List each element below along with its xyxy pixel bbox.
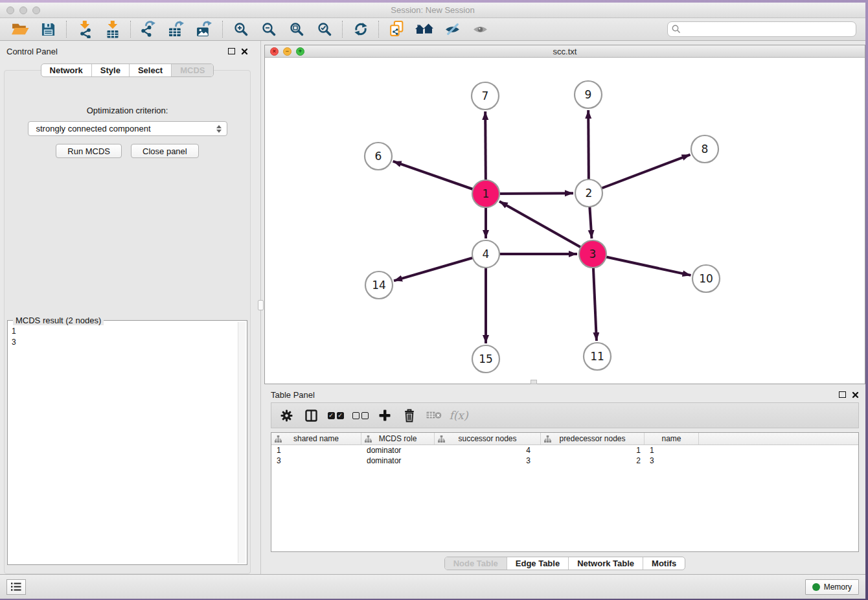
result-scrollbar[interactable] [238,322,246,563]
select-all-columns-button[interactable]: ✓ ✓ [323,406,348,425]
import-network-button[interactable] [71,19,98,39]
edge-4-14[interactable] [394,254,486,281]
network-resize-grabber[interactable] [531,380,537,384]
task-history-button[interactable] [6,579,26,595]
select-stepper-icon [216,125,222,133]
edge-1-6[interactable] [393,161,486,194]
hide-button[interactable] [439,19,466,39]
column-view-button[interactable] [299,406,323,425]
table-cell[interactable]: 3 [645,456,699,466]
float-panel-icon[interactable] [839,391,846,398]
control-panel: Control Panel NetworkStyleSelectMCDS Opt… [0,41,255,574]
toolbar-separator [342,21,343,38]
table-cell[interactable]: dominator [361,445,435,456]
column-header-shared-name[interactable]: shared name [271,433,361,444]
toolbar-separator [130,21,131,38]
table-cell[interactable]: 4 [435,445,541,456]
zoom-in-button[interactable] [227,19,255,39]
table-cell[interactable]: 3 [271,456,361,466]
export-network-button[interactable] [135,19,163,39]
workspace: Control Panel NetworkStyleSelectMCDS Opt… [0,41,865,574]
network-window: scc.txt × − + 7968124314101511 [264,45,865,384]
export-image-button[interactable] [190,19,218,39]
copy-network-button[interactable] [383,19,411,39]
tab-edge-table[interactable]: Edge Table [507,557,568,570]
close-panel-icon[interactable] [241,48,248,55]
unchecked-box-icon [361,412,369,419]
main-toolbar [0,18,865,41]
column-header-successor-nodes[interactable]: successor nodes [435,433,541,444]
close-view-icon[interactable]: × [270,47,279,56]
float-panel-icon[interactable] [228,48,235,54]
import-table-button[interactable] [98,19,126,39]
search-input[interactable] [667,21,856,37]
list-icon [10,582,22,592]
show-button[interactable] [466,19,494,39]
table-row[interactable]: 1dominator411 [271,445,858,456]
export-image-icon [196,21,212,38]
import-network-icon [77,21,93,38]
table-cell[interactable]: 1 [541,445,645,456]
network-canvas[interactable]: 7968124314101511 [265,58,865,384]
eye-slash-icon [445,23,461,36]
column-label: name [661,434,681,443]
table-tabs-row: Node TableEdge TableNetwork TableMotifs [264,552,865,574]
table-cell[interactable]: 1 [271,445,361,456]
delete-column-button[interactable] [397,406,422,425]
fx-icon: f(x) [449,409,468,422]
tab-network-table[interactable]: Network Table [568,557,643,570]
memory-button[interactable]: Memory [805,579,859,595]
close-panel-button[interactable]: Close panel [131,144,199,158]
home-button[interactable] [411,19,439,39]
delete-table-button [422,406,446,425]
table-cell[interactable]: 1 [645,445,699,456]
tab-motifs[interactable]: Motifs [643,557,685,570]
column-header-predecessor-nodes[interactable]: predecessor nodes [541,433,645,444]
table-row[interactable]: 3dominator323 [271,456,858,466]
edge-3-10[interactable] [593,254,691,275]
table-cell[interactable]: 3 [435,456,541,466]
table-settings-button[interactable] [274,406,299,425]
mcds-result-text[interactable]: 1 3 [8,321,238,564]
control-tab-style[interactable]: Style [91,64,129,76]
column-header-name[interactable]: name [645,433,699,444]
edge-3-1[interactable] [499,202,593,254]
function-builder-button: f(x) [446,406,471,425]
edge-2-8[interactable] [589,155,691,193]
deselect-all-columns-button[interactable] [348,406,372,425]
maximize-view-icon[interactable]: + [296,47,304,56]
window-title: Session: New Session [0,5,865,15]
unchecked-box-icon [352,412,360,419]
delete-table-icon [426,411,442,420]
minimize-view-icon[interactable]: − [283,47,291,56]
control-tab-mcds[interactable]: MCDS [171,64,213,76]
network-graph: 7968124314101511 [265,58,865,384]
zoom-in-icon [233,21,249,37]
refresh-button[interactable] [347,19,374,39]
control-tab-network[interactable]: Network [41,64,91,76]
zoom-out-button[interactable] [255,19,282,39]
zoom-fit-button[interactable] [282,19,310,39]
control-tab-select[interactable]: Select [129,64,171,76]
trash-icon [403,408,416,422]
close-panel-icon[interactable] [852,391,859,398]
tab-node-table[interactable]: Node Table [445,557,507,570]
save-session-button[interactable] [34,19,62,39]
import-table-icon [105,21,120,38]
open-session-button[interactable] [6,19,34,39]
right-column: scc.txt × − + 7968124314101511 Table Pan… [264,41,865,574]
column-header-MCDS-role[interactable]: MCDS role [361,433,435,444]
node-label-11: 11 [590,350,604,363]
checked-box-icon: ✓ [328,412,335,419]
split-divider[interactable] [255,41,264,574]
plus-icon [378,409,391,422]
run-mcds-button[interactable]: Run MCDS [56,144,122,158]
criterion-select[interactable]: strongly connected component [28,121,227,136]
table-cell[interactable]: dominator [361,456,435,466]
divider-grabber[interactable] [258,300,264,310]
export-table-button[interactable] [163,19,190,39]
add-column-button[interactable] [372,406,397,425]
save-icon [41,22,56,37]
zoom-selected-button[interactable] [310,19,338,39]
table-cell[interactable]: 2 [541,456,645,466]
